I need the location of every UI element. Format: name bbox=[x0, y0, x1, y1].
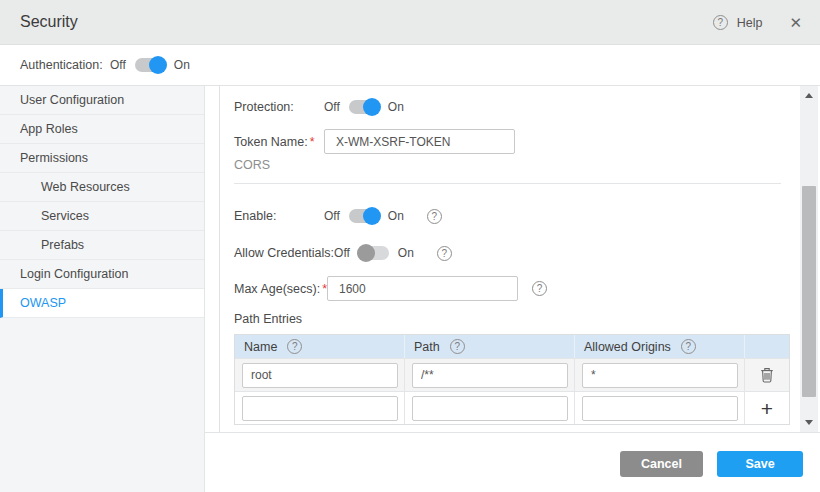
cors-divider bbox=[234, 183, 781, 184]
sidebar-item-user-configuration[interactable]: User Configuration bbox=[0, 86, 204, 115]
column-header-allowed-origins: Allowed Origins? bbox=[575, 335, 745, 358]
trash-icon bbox=[760, 367, 774, 383]
allowed-origins-help-icon[interactable]: ? bbox=[681, 339, 696, 354]
max-age-label: Max Age(secs):* bbox=[234, 282, 327, 296]
scroll-down-arrow[interactable] bbox=[800, 416, 818, 430]
authentication-off-label: Off bbox=[110, 58, 126, 72]
enable-toggle-group: Off On ? bbox=[324, 209, 442, 224]
scrollbar-thumb[interactable] bbox=[802, 186, 816, 397]
protection-toggle-group: Off On bbox=[324, 100, 404, 114]
allow-credentials-row: Allow Credentials: Off On ? bbox=[234, 239, 452, 267]
protection-off-label: Off bbox=[324, 100, 340, 114]
allow-credentials-toggle[interactable] bbox=[359, 246, 389, 260]
enable-on-label: On bbox=[388, 209, 404, 223]
enable-help-icon[interactable]: ? bbox=[427, 209, 442, 224]
path-help-icon[interactable]: ? bbox=[450, 339, 465, 354]
vertical-scrollbar[interactable] bbox=[800, 86, 818, 432]
enable-off-label: Off bbox=[324, 209, 340, 223]
page-title: Security bbox=[20, 13, 78, 31]
cancel-button[interactable]: Cancel bbox=[620, 451, 703, 477]
row1-allowed-origins-input[interactable] bbox=[582, 363, 738, 388]
new-allowed-origins-input[interactable] bbox=[582, 396, 738, 421]
column-header-path: Path? bbox=[405, 335, 575, 358]
save-button[interactable]: Save bbox=[717, 451, 803, 477]
sidebar-item-app-roles[interactable]: App Roles bbox=[0, 115, 204, 144]
token-name-label: Token Name:* bbox=[234, 135, 324, 149]
owasp-settings-panel: Protection: Off On Token Name:* CORS Ena… bbox=[219, 86, 800, 432]
sidebar-item-web-resources[interactable]: Web Resources bbox=[0, 173, 204, 202]
delete-row-button[interactable] bbox=[760, 367, 774, 383]
header-actions: ? Help ✕ bbox=[713, 0, 802, 45]
path-entries-label: Path Entries bbox=[234, 312, 302, 326]
max-age-help-icon[interactable]: ? bbox=[532, 281, 547, 296]
dialog-footer: Cancel Save bbox=[205, 432, 820, 492]
row1-path-input[interactable] bbox=[412, 363, 568, 388]
token-name-input[interactable] bbox=[324, 129, 515, 154]
help-icon[interactable]: ? bbox=[713, 15, 728, 30]
enable-toggle[interactable] bbox=[349, 209, 379, 223]
cors-section-heading: CORS bbox=[234, 158, 270, 172]
sidebar: User Configuration App Roles Permissions… bbox=[0, 86, 205, 492]
enable-label: Enable: bbox=[234, 209, 324, 223]
dialog-header: Security ? Help ✕ bbox=[0, 0, 820, 45]
allow-credentials-off-label: Off bbox=[334, 246, 350, 260]
column-header-actions bbox=[745, 335, 789, 358]
toggle-knob bbox=[363, 98, 381, 116]
protection-label: Protection: bbox=[234, 100, 324, 114]
authentication-label: Authentication: bbox=[20, 58, 110, 72]
token-name-row: Token Name:* bbox=[234, 128, 515, 155]
path-entries-table: Name? Path? Allowed Origins? bbox=[234, 334, 790, 425]
column-header-name: Name? bbox=[235, 335, 405, 358]
required-mark: * bbox=[310, 135, 315, 149]
table-row-new: + bbox=[235, 391, 789, 424]
sidebar-item-services[interactable]: Services bbox=[0, 202, 204, 231]
authentication-bar: Authentication: Off On bbox=[0, 45, 820, 86]
add-row-button[interactable]: + bbox=[761, 398, 773, 419]
path-entries-header: Name? Path? Allowed Origins? bbox=[235, 335, 789, 358]
close-icon[interactable]: ✕ bbox=[789, 15, 802, 30]
sidebar-item-owasp[interactable]: OWASP bbox=[0, 289, 204, 318]
toggle-knob bbox=[357, 244, 375, 262]
plus-icon: + bbox=[761, 398, 773, 419]
row1-name-input[interactable] bbox=[242, 363, 398, 388]
new-name-input[interactable] bbox=[242, 396, 398, 421]
toggle-knob bbox=[149, 56, 167, 74]
security-dialog: Security ? Help ✕ Authentication: Off On… bbox=[0, 0, 820, 492]
sidebar-item-permissions[interactable]: Permissions bbox=[0, 144, 204, 173]
sidebar-item-prefabs[interactable]: Prefabs bbox=[0, 231, 204, 260]
scroll-up-arrow[interactable] bbox=[800, 88, 818, 102]
table-row bbox=[235, 358, 789, 391]
sidebar-item-login-configuration[interactable]: Login Configuration bbox=[0, 260, 204, 289]
allow-credentials-label: Allow Credentials: bbox=[234, 246, 334, 260]
allow-credentials-on-label: On bbox=[398, 246, 414, 260]
protection-row: Protection: Off On bbox=[234, 93, 404, 121]
cors-enable-row: Enable: Off On ? bbox=[234, 202, 442, 230]
protection-toggle[interactable] bbox=[349, 100, 379, 114]
toggle-knob bbox=[363, 207, 381, 225]
allow-credentials-toggle-group: Off On ? bbox=[334, 246, 452, 261]
protection-on-label: On bbox=[388, 100, 404, 114]
allow-credentials-help-icon[interactable]: ? bbox=[437, 246, 452, 261]
name-help-icon[interactable]: ? bbox=[287, 339, 302, 354]
help-link[interactable]: Help bbox=[737, 16, 763, 30]
new-path-input[interactable] bbox=[412, 396, 568, 421]
authentication-on-label: On bbox=[174, 58, 190, 72]
max-age-input[interactable] bbox=[327, 276, 518, 301]
max-age-row: Max Age(secs):* ? bbox=[234, 275, 547, 302]
authentication-toggle-group: Off On bbox=[110, 58, 190, 72]
authentication-toggle[interactable] bbox=[135, 58, 165, 72]
